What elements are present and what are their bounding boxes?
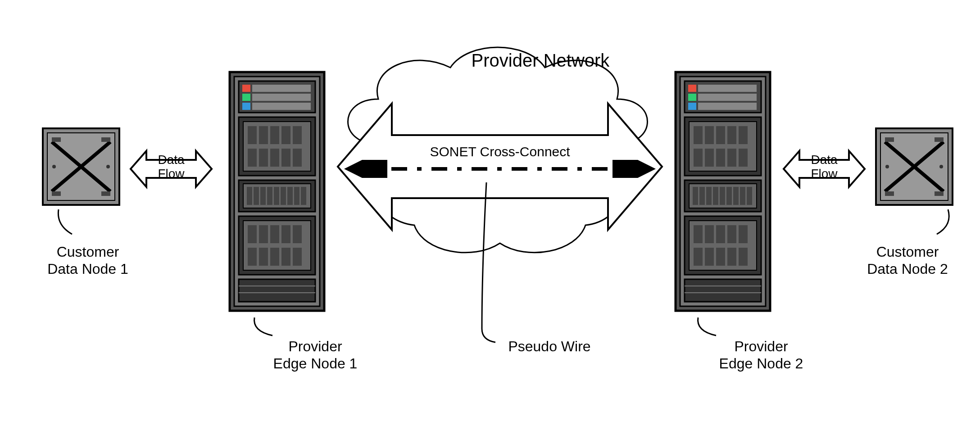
svg-rect-93: [716, 248, 725, 266]
svg-rect-75: [693, 187, 698, 205]
svg-point-3: [106, 165, 110, 168]
svg-rect-24: [293, 149, 302, 167]
svg-rect-94: [727, 248, 736, 266]
svg-rect-47: [293, 248, 302, 266]
svg-rect-58: [698, 94, 757, 101]
svg-rect-29: [260, 187, 266, 205]
svg-rect-40: [270, 225, 279, 243]
svg-rect-65: [716, 126, 725, 144]
customer-node-2-leader: [935, 207, 971, 243]
svg-rect-43: [248, 248, 257, 266]
svg-rect-81: [733, 187, 739, 205]
svg-rect-69: [705, 149, 714, 167]
svg-rect-23: [281, 149, 290, 167]
customer-node-1-icon: [41, 126, 122, 207]
svg-rect-67: [739, 126, 748, 144]
svg-rect-45: [270, 248, 279, 266]
svg-rect-16: [259, 126, 268, 144]
svg-rect-7: [242, 85, 250, 92]
svg-rect-70: [716, 149, 725, 167]
svg-rect-95: [739, 248, 748, 266]
pseudo-wire-leader: [477, 180, 513, 347]
svg-rect-55: [688, 85, 696, 92]
sonet-label: SONET Cross-Connect: [426, 144, 574, 159]
customer-node-2-icon: [874, 126, 955, 207]
svg-rect-89: [727, 225, 736, 243]
svg-rect-59: [688, 103, 696, 110]
svg-rect-11: [242, 103, 250, 110]
svg-rect-60: [698, 103, 757, 110]
svg-point-101: [885, 165, 889, 168]
svg-rect-76: [699, 187, 705, 205]
svg-rect-79: [720, 187, 725, 205]
svg-rect-20: [248, 149, 257, 167]
svg-rect-68: [694, 149, 703, 167]
svg-rect-8: [252, 85, 311, 92]
svg-rect-17: [270, 126, 279, 144]
svg-rect-66: [727, 126, 736, 144]
provider-network-title: Provider Network: [450, 50, 631, 71]
svg-rect-90: [739, 225, 748, 243]
svg-rect-71: [727, 149, 736, 167]
data-flow-2-label: Data Flow: [806, 153, 842, 181]
svg-rect-56: [698, 85, 757, 92]
svg-rect-64: [705, 126, 714, 144]
svg-rect-19: [293, 126, 302, 144]
svg-rect-35: [301, 187, 306, 205]
svg-rect-32: [281, 187, 286, 205]
svg-rect-44: [259, 248, 268, 266]
provider-edge-2-label: Provider Edge Node 2: [703, 338, 820, 372]
svg-rect-96: [685, 279, 761, 302]
svg-rect-72: [739, 149, 748, 167]
svg-rect-31: [274, 187, 279, 205]
svg-point-102: [939, 165, 943, 168]
pseudo-wire-label: Pseudo Wire: [491, 338, 608, 355]
svg-rect-33: [287, 187, 293, 205]
svg-rect-88: [716, 225, 725, 243]
svg-rect-34: [294, 187, 299, 205]
customer-node-1-label: Customer Data Node 1: [32, 243, 144, 278]
svg-rect-39: [259, 225, 268, 243]
svg-rect-30: [267, 187, 272, 205]
svg-rect-12: [252, 103, 311, 110]
svg-rect-78: [713, 187, 718, 205]
svg-rect-87: [705, 225, 714, 243]
svg-rect-83: [747, 187, 752, 205]
svg-rect-42: [293, 225, 302, 243]
svg-rect-38: [248, 225, 257, 243]
svg-rect-15: [248, 126, 257, 144]
svg-rect-27: [247, 187, 252, 205]
pseudo-wire-line: [342, 160, 658, 178]
provider-edge-1-label: Provider Edge Node 1: [257, 338, 374, 372]
svg-rect-82: [740, 187, 745, 205]
data-flow-1-label: Data Flow: [153, 153, 189, 181]
svg-point-2: [52, 165, 56, 168]
svg-rect-9: [242, 94, 250, 101]
provider-edge-1-icon: [225, 68, 329, 315]
svg-rect-28: [254, 187, 259, 205]
provider-edge-2-icon: [671, 68, 775, 315]
svg-rect-18: [281, 126, 290, 144]
svg-rect-21: [259, 149, 268, 167]
svg-rect-86: [694, 225, 703, 243]
customer-node-2-label: Customer Data Node 2: [851, 243, 964, 278]
svg-rect-92: [705, 248, 714, 266]
svg-rect-41: [281, 225, 290, 243]
customer-node-1-leader: [54, 207, 90, 243]
svg-rect-80: [726, 187, 732, 205]
svg-rect-63: [694, 126, 703, 144]
svg-rect-10: [252, 94, 311, 101]
svg-rect-57: [688, 94, 696, 101]
svg-rect-91: [694, 248, 703, 266]
svg-rect-77: [706, 187, 712, 205]
svg-rect-46: [281, 248, 290, 266]
svg-rect-22: [270, 149, 279, 167]
svg-rect-48: [239, 279, 315, 302]
